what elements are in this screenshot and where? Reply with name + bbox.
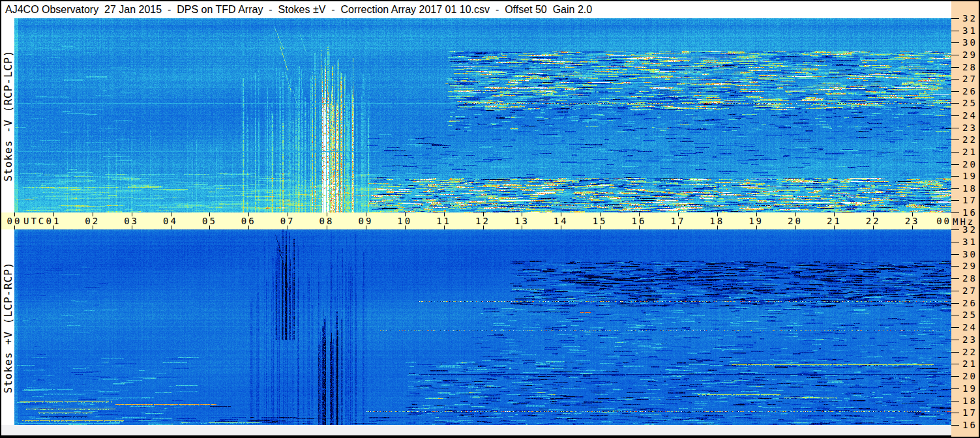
frequency-axis: MHz 323130292827262524232221201918171632… [951, 1, 979, 437]
freq-tick [951, 164, 959, 165]
time-tick-label: 10 [396, 216, 413, 226]
freq-tick [951, 139, 959, 140]
freq-tick-label: 17 [962, 195, 977, 205]
time-tick-label: 09 [357, 216, 374, 226]
freq-tick-label: 32 [962, 13, 977, 23]
time-tick-label: 01 [45, 216, 61, 226]
freq-tick-label: 20 [962, 371, 977, 381]
time-tick-label: 06 [241, 216, 257, 226]
freq-tick-label: 31 [962, 25, 977, 36]
freq-tick-label: 31 [962, 237, 977, 247]
freq-tick-label: 22 [962, 134, 977, 145]
time-tick-label: 03 [123, 216, 140, 226]
spectrogram-stokes-minus-v [14, 18, 951, 212]
freq-tick-label: 19 [962, 171, 977, 181]
freq-tick-label: 23 [962, 123, 977, 133]
freq-tick-label: 29 [962, 261, 977, 271]
freq-tick [951, 79, 959, 80]
freq-tick [951, 254, 959, 255]
time-tick-label: 17 [670, 216, 686, 226]
freq-tick-label: 17 [962, 407, 977, 418]
freq-tick-label: 27 [962, 285, 977, 296]
freq-tick [951, 18, 959, 19]
time-tick-label: 14 [553, 216, 569, 226]
freq-tick-label: 22 [962, 347, 977, 357]
page-title: AJ4CO Observatory 27 Jan 2015 - DPS on T… [1, 1, 951, 18]
freq-tick [951, 376, 959, 377]
freq-tick [951, 42, 959, 43]
time-tick-label: 22 [865, 216, 882, 226]
time-tick-label: 20 [787, 216, 803, 226]
freq-tick [951, 340, 959, 340]
spectrogram-stokes-plus-v [14, 229, 951, 425]
freq-tick [951, 212, 959, 213]
time-tick-label: 16 [631, 216, 647, 226]
freq-tick [951, 413, 959, 413]
freq-tick [951, 91, 959, 92]
freq-tick [951, 200, 959, 201]
freq-tick [951, 425, 959, 426]
freq-tick-label: 29 [962, 50, 977, 60]
freq-tick [951, 55, 959, 55]
time-tick-label: 11 [436, 216, 452, 226]
panel-label-stokes-minus-v: Stokes -V (RCP-LCP) [1, 18, 14, 212]
bottom-margin [1, 425, 951, 435]
freq-tick [951, 266, 959, 267]
freq-tick [951, 303, 959, 304]
freq-tick [951, 401, 959, 402]
freq-tick [951, 352, 959, 353]
time-tick-label: 04 [162, 216, 179, 226]
time-tick-label: 00 [935, 216, 951, 226]
freq-tick-label: 19 [962, 383, 977, 394]
time-tick-label: 05 [201, 216, 218, 226]
freq-tick [951, 128, 959, 128]
freq-tick [951, 364, 959, 364]
panel-label-text: Stokes -V (RCP-LCP) [2, 50, 14, 181]
freq-tick [951, 188, 959, 189]
freq-tick-label: 25 [962, 98, 977, 108]
time-tick-label: 23 [904, 216, 921, 226]
freq-tick [951, 291, 959, 291]
app-window: AJ4CO Observatory 27 Jan 2015 - DPS on T… [0, 0, 980, 438]
time-tick-label: 08 [319, 216, 335, 226]
freq-tick-label: 16 [962, 420, 977, 430]
time-tick-label: 02 [84, 216, 100, 226]
freq-tick [951, 115, 959, 116]
title-bar: AJ4CO Observatory 27 Jan 2015 - DPS on T… [1, 1, 951, 18]
utc-unit-label: UTC [23, 216, 46, 226]
freq-tick-label: 18 [962, 396, 977, 406]
freq-tick [951, 176, 959, 177]
freq-tick-label: 24 [962, 110, 977, 121]
freq-tick-label: 24 [962, 322, 977, 332]
freq-tick-label: 32 [962, 224, 977, 235]
freq-tick-label: 27 [962, 74, 977, 84]
freq-tick [951, 242, 959, 242]
freq-tick-label: 21 [962, 147, 977, 157]
time-tick-label: 19 [748, 216, 764, 226]
freq-tick-label: 30 [962, 249, 977, 259]
freq-tick-label: 23 [962, 334, 977, 345]
time-tick-label: 00 [7, 216, 23, 226]
freq-tick-label: 21 [962, 358, 977, 369]
time-tick-label: 12 [475, 216, 491, 226]
freq-tick [951, 315, 959, 315]
freq-tick [951, 31, 959, 31]
freq-tick-label: 26 [962, 86, 977, 96]
freq-tick-label: 25 [962, 310, 977, 320]
time-tick-label: 07 [280, 216, 296, 226]
freq-tick-label: 20 [962, 159, 977, 169]
time-tick-label: 13 [514, 216, 530, 226]
freq-tick-label: 30 [962, 37, 977, 48]
time-tick-label: 18 [709, 216, 725, 226]
freq-tick-label: 28 [962, 273, 977, 284]
freq-tick-label: 28 [962, 62, 977, 72]
freq-tick [951, 327, 959, 328]
panel-label-stokes-plus-v: Stokes +V (LCP-RCP) [1, 229, 14, 425]
freq-tick [951, 67, 959, 68]
freq-tick [951, 388, 959, 389]
freq-tick-label: 16 [962, 207, 977, 218]
freq-tick [951, 152, 959, 153]
time-axis: UTC 000102030405060708091011121314151617… [1, 212, 951, 229]
freq-tick [951, 278, 959, 279]
time-tick-label: 15 [592, 216, 608, 226]
